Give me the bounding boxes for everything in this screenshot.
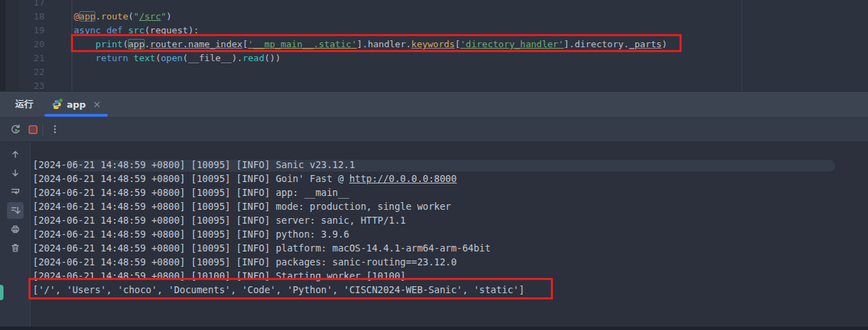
console-command-line: /Users/choco/Documents/Code/Python/CISCN… <box>33 144 868 158</box>
toolwindow-stripe-accent <box>0 285 3 300</box>
line-number: 17 <box>0 0 45 10</box>
line-number: 21 <box>0 51 45 65</box>
tab-app-label: app <box>67 99 86 110</box>
annotation-box-code-line <box>71 34 682 52</box>
code-line <box>74 79 667 91</box>
console-output[interactable]: /Users/choco/Documents/Code/Python/CISCN… <box>31 142 868 327</box>
clear-icon[interactable] <box>7 240 24 256</box>
code-editor[interactable]: 17181920212223 @app.route("/src")async d… <box>0 0 868 91</box>
line-number: 23 <box>0 79 45 91</box>
line-number: 19 <box>0 24 45 38</box>
tab-app[interactable]: app × <box>43 92 109 117</box>
running-status-dot <box>58 98 63 103</box>
console-line: [2024-06-21 14:48:59 +0800] [10095] [INF… <box>33 213 868 227</box>
code-line <box>74 65 667 79</box>
ide-window: 17181920212223 @app.route("/src")async d… <box>0 0 868 330</box>
console-line: [2024-06-21 14:48:59 +0800] [10095] [INF… <box>33 227 868 241</box>
scroll-down-icon[interactable] <box>7 165 24 181</box>
annotation-box-result-line <box>29 278 553 299</box>
console-line: [2024-06-21 14:48:59 +0800] [10095] [INF… <box>33 185 868 199</box>
console-line: [2024-06-21 14:48:59 +0800] [10095] [INF… <box>33 172 868 185</box>
right-margin-guide <box>741 0 742 91</box>
editor-gutter: 17181920212223 <box>0 0 45 91</box>
console-left-toolbar <box>0 142 31 327</box>
run-toolwindow-header: 运行 app × <box>0 91 868 117</box>
toolbar-separator <box>42 123 43 135</box>
rerun-icon[interactable] <box>8 122 23 137</box>
run-console-toolbar <box>0 117 868 142</box>
soft-wrap-icon[interactable] <box>7 183 24 200</box>
redacted-command-blur: /Users/choco/Documents/Code/Python/CISCN… <box>67 160 835 172</box>
console-line: [2024-06-21 14:48:59 +0800] [10095] [INF… <box>33 241 868 255</box>
print-icon[interactable] <box>7 221 24 238</box>
window-bottom-edge <box>0 327 868 330</box>
code-line: @app.route("/src") <box>74 10 667 24</box>
scroll-up-icon[interactable] <box>7 146 24 163</box>
line-number: 22 <box>0 65 45 79</box>
python-icon <box>51 99 62 110</box>
line-number: 18 <box>0 10 45 24</box>
console-line: [2024-06-21 14:48:59 +0800] [10095] [INF… <box>33 199 868 213</box>
stop-icon[interactable] <box>25 122 40 137</box>
code-line <box>74 0 667 10</box>
run-toolwindow-title: 运行 <box>15 98 33 110</box>
server-url-link[interactable]: http://0.0.0.0:8000 <box>349 173 456 184</box>
tab-close-icon[interactable]: × <box>93 99 101 109</box>
line-number: 20 <box>0 38 45 51</box>
more-options-icon[interactable] <box>47 122 63 137</box>
console-line: [2024-06-21 14:48:59 +0800] [10095] [INF… <box>33 255 868 269</box>
scroll-to-end-icon[interactable] <box>7 202 24 219</box>
code-line: return text(open(__file__).read()) <box>74 51 667 65</box>
